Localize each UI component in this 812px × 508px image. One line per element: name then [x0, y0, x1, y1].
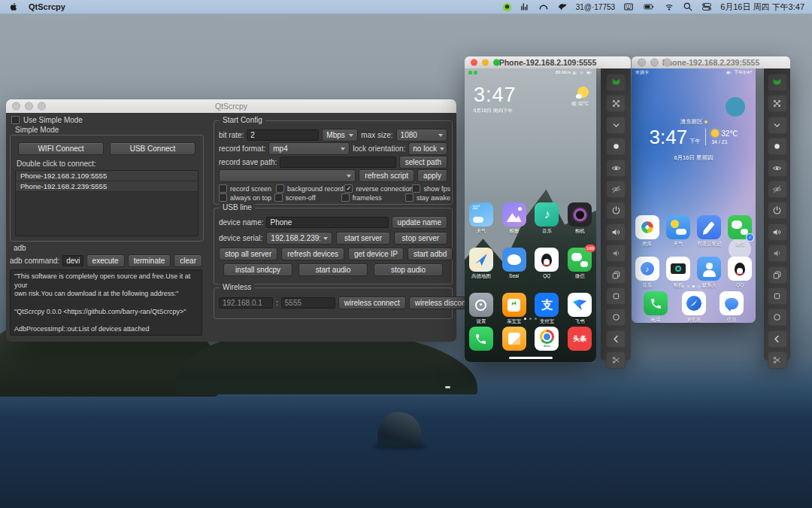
device-serial-combo[interactable]: 192.168.2.239:5 [266, 232, 332, 245]
app-icon-youdao-note[interactable] [697, 215, 721, 239]
net-stat-text[interactable]: 31@·17753 [576, 3, 615, 11]
spotlight-search-icon[interactable] [683, 2, 693, 12]
app-icon-weather[interactable]: 32° [469, 202, 493, 227]
select-path-button[interactable]: select path [399, 156, 447, 169]
background-record-checkbox[interactable]: ✓background record [276, 184, 345, 193]
touch-button[interactable] [768, 138, 787, 155]
reverse-connection-checkbox[interactable]: ✓reverse connection [344, 184, 412, 193]
bit-rate-input[interactable] [247, 129, 319, 141]
screenshot-button[interactable] [606, 351, 626, 369]
use-simple-mode-checkbox[interactable]: Use Simple Mode [11, 116, 83, 124]
app-icon-wechat[interactable]: ✓ [728, 215, 752, 239]
wifi-connect-button[interactable]: WIFI Connect [18, 142, 104, 155]
app-icon-settings[interactable] [469, 293, 493, 317]
start-adbd-button[interactable]: start adbd [408, 248, 453, 260]
arc-menu-icon[interactable] [538, 2, 549, 12]
start-server-button[interactable]: start server [336, 232, 389, 245]
app-switch-button[interactable] [768, 266, 787, 284]
terminate-button[interactable]: terminate [128, 254, 171, 267]
battery-icon[interactable] [642, 2, 656, 12]
app-icon-gallery[interactable] [635, 215, 659, 239]
app-icon-camera[interactable] [568, 202, 592, 227]
menubar-app-name[interactable]: QtScrcpy [29, 2, 65, 11]
show-fps-checkbox[interactable]: ✓show fps [412, 184, 450, 193]
home-button[interactable] [606, 309, 626, 326]
menu-button[interactable] [606, 287, 626, 305]
dock-icon-chrome-beta[interactable]: Beta [535, 327, 559, 351]
use-simple-mode-box[interactable] [11, 116, 20, 124]
app-icon-qq[interactable] [535, 248, 559, 272]
max-size-combo[interactable]: 1080 [396, 129, 447, 141]
execute-button[interactable]: execute [86, 254, 125, 267]
app-switch-button[interactable] [606, 266, 626, 284]
dock-icon-messages[interactable] [720, 291, 744, 315]
phone2-clock-widget[interactable]: 3:47 下午 32℃ 34 / 21 [632, 127, 756, 147]
control-center-icon[interactable] [701, 2, 712, 12]
volume-down-button[interactable] [606, 245, 626, 262]
home-button[interactable] [768, 309, 787, 326]
screen-up-button[interactable] [606, 160, 626, 177]
power-button[interactable] [606, 202, 626, 219]
update-name-button[interactable]: update name [392, 216, 447, 229]
install-sndcpy-button[interactable]: install sndcpy [223, 263, 292, 276]
stay-awake-checkbox[interactable]: ✓stay awake [405, 193, 450, 202]
zoom-window-button[interactable] [493, 59, 500, 66]
close-window-button[interactable] [12, 102, 20, 111]
back-button[interactable] [606, 330, 626, 348]
qtscrcpy-logo-button[interactable] [768, 74, 787, 91]
wireless-ip-input[interactable] [219, 297, 273, 309]
get-device-ip-button[interactable]: get device IP [348, 248, 404, 260]
close-window-button[interactable] [471, 59, 477, 66]
record-format-combo[interactable]: mp4 [268, 142, 350, 155]
phone2-titlebar[interactable]: Phone-192.168.2.239:5555 [632, 56, 790, 68]
adb-log-output[interactable]: "This software is completely open source… [10, 269, 202, 336]
app-icon-qinbaobao[interactable] [502, 293, 526, 317]
script-combo[interactable] [219, 169, 356, 182]
always-on-top-checkbox[interactable]: ✓always on top [219, 193, 274, 202]
dock-icon-toutiao[interactable]: 头条 [568, 327, 592, 351]
main-window-titlebar[interactable]: QtScrcpy [6, 99, 456, 113]
stop-all-server-button[interactable]: stop all server [219, 248, 277, 260]
stop-audio-button[interactable]: stop audio [374, 263, 443, 276]
wireless-connect-button[interactable]: wireless connect [338, 297, 406, 309]
zoom-window-button[interactable] [38, 102, 46, 111]
app-icon-wechat[interactable]: 169 [568, 248, 592, 272]
touch-button[interactable] [606, 138, 626, 155]
screen-off-checkbox[interactable]: ✓screen-off [274, 193, 341, 202]
expand-notification-button[interactable] [606, 117, 626, 134]
app-icon-contacts[interactable] [697, 257, 721, 281]
qtscrcpy-logo-button[interactable] [606, 74, 626, 91]
volume-up-button[interactable] [606, 224, 626, 241]
lock-orientation-combo[interactable]: no lock [408, 142, 447, 155]
record-screen-checkbox[interactable]: ✓record screen [219, 184, 276, 193]
app-icon-alipay[interactable]: 支 [535, 293, 559, 317]
wifi-icon[interactable] [664, 2, 674, 12]
screen-off-button[interactable] [768, 181, 787, 198]
green-app-menu-icon[interactable] [503, 3, 511, 11]
app-icon-music[interactable]: ♪ [635, 257, 659, 281]
app-icon-music[interactable]: ♪ [535, 202, 559, 227]
full-screen-button[interactable] [606, 95, 626, 112]
screen-off-button[interactable] [606, 181, 626, 198]
menu-button[interactable] [768, 287, 787, 305]
app-icon-feishu[interactable] [568, 293, 592, 317]
back-button[interactable] [768, 330, 787, 348]
app-icon-qq[interactable] [728, 257, 752, 281]
phone1-titlebar[interactable]: Phone-192.168.2.109:5555 [465, 56, 631, 68]
app-icon-seal[interactable] [502, 248, 526, 272]
app-icon-gallery[interactable] [502, 202, 526, 227]
device-list-item[interactable]: Phone-192.168.2.109:5555 [16, 171, 198, 181]
close-window-button[interactable] [638, 59, 646, 67]
app-icon-weather[interactable] [666, 215, 690, 239]
menubar-clock[interactable]: 6月16日 周四 下午3:47 [720, 2, 804, 13]
dock-icon-phone[interactable] [469, 327, 493, 351]
bird-menu-icon[interactable] [557, 2, 568, 12]
frameless-checkbox[interactable]: ✓frameless [341, 193, 405, 202]
power-button[interactable] [768, 202, 787, 219]
bars-menu-icon[interactable] [520, 2, 530, 12]
screenshot-button[interactable] [768, 351, 787, 369]
app-icon-camera[interactable] [666, 257, 690, 281]
bit-rate-unit-combo[interactable]: Mbps [322, 129, 358, 141]
record-save-path-input[interactable] [280, 157, 395, 168]
apply-button[interactable]: apply [417, 169, 447, 182]
